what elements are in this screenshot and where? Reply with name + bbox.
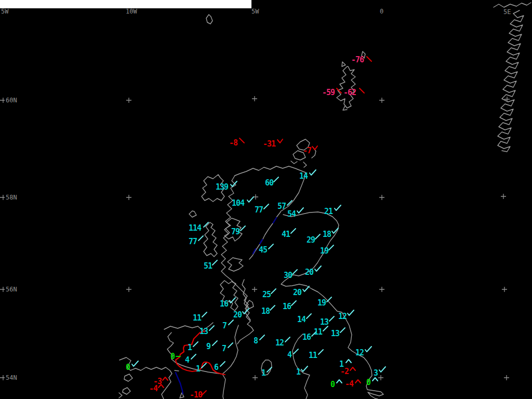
tendency-symbol-rise <box>264 204 269 209</box>
graticule-cross <box>379 98 384 103</box>
station-value: 6 <box>214 364 218 371</box>
longitude-label: 0 <box>380 8 383 15</box>
tendency-symbol-check <box>310 170 316 175</box>
tendency-symbol-rise <box>285 337 290 342</box>
map-canvas <box>0 0 532 399</box>
front-line-south <box>176 373 183 394</box>
station-value: 114 <box>189 224 201 232</box>
graticule-cross <box>252 96 257 101</box>
longitude-label: 5W <box>251 8 259 15</box>
tendency-symbol-rise <box>191 354 196 359</box>
tendency-symbol-rise <box>307 314 311 318</box>
coastline-ireland-lough2 <box>123 388 130 394</box>
tendency-symbol-rise <box>193 342 198 347</box>
station-value: 21 <box>324 208 332 215</box>
station-value: 11 <box>314 328 322 336</box>
station-value: 0 <box>366 379 370 386</box>
tendency-symbol-check <box>335 205 341 210</box>
tendency-symbol-rise <box>340 328 345 332</box>
station-value: 3 <box>374 369 378 377</box>
coastline-shetland-islet <box>342 62 345 66</box>
coastline-scotland-north <box>235 166 305 211</box>
coastline-uists <box>204 222 217 257</box>
station-value: -76 <box>351 56 364 63</box>
station-value: 12 <box>355 349 364 356</box>
latitude-label: 54N <box>6 375 17 381</box>
graticule-cross <box>502 287 507 292</box>
tendency-symbol-rise <box>220 362 225 366</box>
tendency-symbol-check <box>132 361 138 366</box>
coastline-norway-fjords <box>498 10 524 152</box>
station-value: 7 <box>222 345 226 352</box>
station-value: -59 <box>322 89 335 96</box>
station-value: 0 <box>126 364 130 371</box>
tendency-symbol-rise <box>329 316 334 321</box>
station-value: 77 <box>255 206 263 214</box>
tendency-symbol-rise <box>323 326 328 331</box>
station-value: 13 <box>320 318 328 326</box>
graticule-cross <box>126 98 131 103</box>
station-value: 16 <box>283 303 291 310</box>
coastline-cumbria <box>222 374 225 399</box>
coastlines <box>119 3 531 399</box>
station-value: 16 <box>302 334 311 341</box>
station-value: -4 <box>149 385 157 392</box>
coastline-norway <box>494 3 531 7</box>
station-value: 25 <box>262 291 271 298</box>
latitude-label: 58N <box>6 194 17 201</box>
station-value: 12 <box>275 339 284 347</box>
station-value: 18 <box>261 308 270 315</box>
tendency-symbol-check <box>231 181 237 187</box>
latitude-tick <box>0 375 5 380</box>
station-value: 0 <box>330 381 335 388</box>
tendency-symbol-check <box>301 366 308 371</box>
graticule-cross <box>501 194 506 199</box>
station-value: 20 <box>293 289 301 296</box>
station-value: 12 <box>338 313 347 320</box>
station-value: -4 <box>345 380 353 388</box>
station-value: 104 <box>232 200 244 207</box>
tendency-symbol-rise <box>228 343 233 348</box>
tendency-symbol-rise <box>267 367 272 372</box>
station-value: 1 <box>261 369 265 377</box>
tendency-symbol-check <box>297 208 303 213</box>
station-value: 0 <box>170 353 175 360</box>
latitude-tick <box>0 98 5 103</box>
station-value: -62 <box>343 89 356 96</box>
tendency-symbol-fall <box>240 138 244 143</box>
station-value: 13 <box>200 328 208 335</box>
weather-map-screen: DIE 08.11.05 04:00 UTC Bodenwettermeldun… <box>0 0 532 399</box>
station-value: 1 <box>188 344 192 351</box>
station-value: 139 <box>216 183 228 191</box>
longitude-label: 5E <box>503 9 511 15</box>
station-value: -31 <box>263 140 275 148</box>
station-value: 1 <box>196 365 200 373</box>
station-value: 4 <box>287 351 291 358</box>
tendency-symbol-rise <box>209 326 214 330</box>
tendency-symbol-rise <box>212 260 217 265</box>
coastline-kintyre <box>242 280 250 320</box>
station-value: 60 <box>265 179 273 187</box>
graticule-cross <box>252 375 258 380</box>
coastline-orkney-islet1 <box>291 161 297 164</box>
latitude-label: 60N <box>6 97 17 103</box>
tendency-symbol-caret <box>355 380 361 383</box>
station-value: 7 <box>222 322 227 329</box>
station-value: 20 <box>305 269 313 276</box>
station-value: -10 <box>190 391 202 398</box>
tendency-symbol-rise <box>292 270 297 274</box>
station-value: 51 <box>204 262 212 270</box>
tendency-symbol-rise <box>291 301 296 305</box>
tendency-symbol-check <box>379 367 385 372</box>
tendency-symbol-rise <box>270 305 275 310</box>
graticule-crosses <box>126 96 510 380</box>
tendency-symbol-rise <box>294 349 298 354</box>
tendency-symbol-check <box>303 286 309 291</box>
tendency-symbol-vee <box>277 139 283 143</box>
tendency-symbol-caret <box>163 377 168 380</box>
tendency-symbol-rise <box>260 335 264 340</box>
tendency-symbol-check <box>365 347 371 352</box>
station-value: 45 <box>259 246 267 254</box>
station-value: 18 <box>323 231 331 238</box>
graticule-cross <box>379 287 384 292</box>
